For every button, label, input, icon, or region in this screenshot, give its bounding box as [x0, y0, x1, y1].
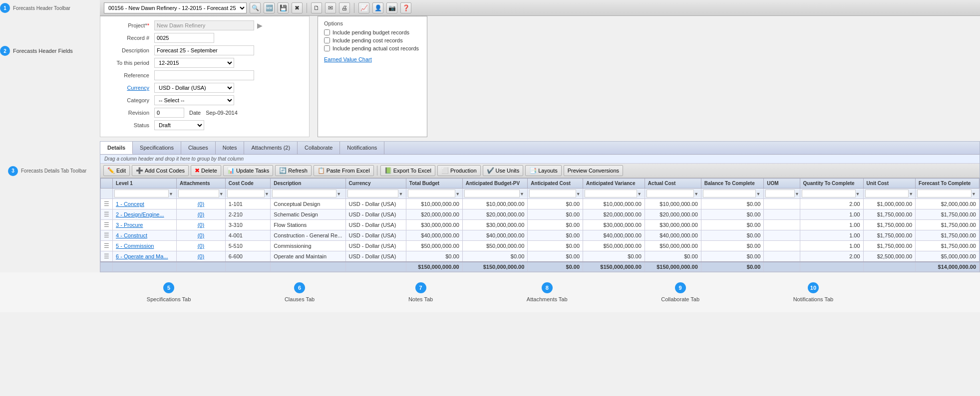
- layouts-button[interactable]: 📑 Layouts: [525, 165, 562, 176]
- filter-tb-input[interactable]: [408, 190, 455, 198]
- opt2-checkbox[interactable]: [324, 37, 330, 43]
- opt1-checkbox[interactable]: [324, 29, 330, 35]
- tab-collaborate[interactable]: Collaborate: [298, 142, 340, 154]
- filter-uom-input[interactable]: [765, 190, 795, 198]
- row-level1[interactable]: 1 - Concept: [113, 199, 177, 209]
- level1-link[interactable]: 6 - Operate and Ma...: [116, 253, 168, 259]
- project-picker-icon[interactable]: ▶: [257, 21, 263, 29]
- tab-notes[interactable]: Notes: [216, 142, 245, 154]
- layouts-icon: 📑: [529, 167, 537, 174]
- update-tasks-button[interactable]: 📊 Update Tasks: [223, 165, 273, 176]
- row-total-budget: $10,000,000.00: [406, 199, 462, 209]
- tabs-container: Details Specifications Clauses Notes Att…: [100, 141, 980, 272]
- tab-clauses[interactable]: Clauses: [181, 142, 216, 154]
- attachment-link[interactable]: (0): [198, 201, 204, 207]
- use-units-button[interactable]: ✔️ Use Units: [483, 165, 524, 176]
- new-icon[interactable]: 🆕: [264, 2, 275, 13]
- revision-input[interactable]: [154, 108, 184, 118]
- reference-label: Reference: [106, 72, 151, 78]
- add-cost-codes-button[interactable]: ➕ Add Cost Codes: [132, 165, 189, 176]
- use-units-icon: ✔️: [487, 167, 494, 174]
- currency-select[interactable]: USD - Dollar (USA): [154, 83, 234, 93]
- preview-conversions-button[interactable]: Preview Conversions: [564, 165, 623, 176]
- description-input[interactable]: [154, 45, 254, 55]
- chart-icon[interactable]: 📈: [358, 2, 369, 13]
- print-icon[interactable]: 🖨: [339, 2, 350, 13]
- opt3-checkbox[interactable]: [324, 45, 330, 51]
- attachment-link[interactable]: (0): [198, 253, 204, 259]
- tab-notifications[interactable]: Notifications: [340, 142, 384, 154]
- filter-actc-input[interactable]: [647, 190, 694, 198]
- refresh-button[interactable]: 🔄 Refresh: [275, 165, 312, 176]
- filter-uc-input[interactable]: [865, 190, 909, 198]
- attachment-link[interactable]: (0): [198, 222, 204, 228]
- print-preview-icon[interactable]: 🗋: [311, 2, 322, 13]
- filter-ant-budget: ▼: [462, 189, 528, 199]
- status-select[interactable]: Draft: [154, 120, 204, 130]
- row-icon: ☰: [104, 221, 109, 228]
- project-field-row: Project* ▶: [106, 20, 303, 30]
- search-icon[interactable]: 🔍: [250, 2, 261, 13]
- filter-ac-input[interactable]: [529, 190, 576, 198]
- record-input[interactable]: [154, 33, 214, 43]
- annotation-collaborate: 9 Collaborate Tab: [661, 282, 699, 302]
- email-icon[interactable]: ✉: [325, 2, 336, 13]
- level1-link[interactable]: 2 - Design/Engine...: [116, 211, 164, 217]
- save-icon[interactable]: 💾: [278, 2, 289, 13]
- row-currency: USD - Dollar (USA): [345, 209, 406, 220]
- row-ant-cost: $0.00: [528, 230, 583, 241]
- annotation-area: 5 Specifications Tab 6 Clauses Tab 7 Not…: [0, 272, 980, 312]
- earned-value-chart-link[interactable]: Earned Value Chart: [324, 56, 372, 62]
- tab-details[interactable]: Details: [100, 142, 133, 154]
- row-level1[interactable]: 3 - Procure: [113, 220, 177, 230]
- delete-icon[interactable]: ✖: [292, 2, 303, 13]
- tab-attachments[interactable]: Attachments (2): [244, 142, 298, 154]
- paste-from-excel-button[interactable]: 📋 Paste From Excel: [314, 165, 374, 176]
- level1-link[interactable]: 4 - Construct: [116, 232, 147, 238]
- option-row-1: Include pending budget records: [324, 29, 421, 35]
- row-level1[interactable]: 2 - Design/Engine...: [113, 209, 177, 220]
- filter-ab-input[interactable]: [464, 190, 520, 198]
- category-select[interactable]: -- Select --: [154, 95, 234, 105]
- ann-label-6: Clauses Tab: [285, 296, 315, 302]
- level1-link[interactable]: 1 - Concept: [116, 201, 144, 207]
- level1-link[interactable]: 3 - Procure: [116, 222, 143, 228]
- reference-input[interactable]: [154, 70, 254, 80]
- to-period-select[interactable]: 12-2015: [154, 58, 234, 68]
- help-icon[interactable]: ❓: [400, 2, 411, 13]
- production-button[interactable]: ⬜ Production: [437, 165, 481, 176]
- to-period-field-row: To this period 12-2015: [106, 58, 303, 68]
- user-icon[interactable]: 👤: [372, 2, 383, 13]
- ann-circle-9: 9: [675, 282, 686, 293]
- row-level1[interactable]: 5 - Commission: [113, 241, 177, 251]
- edit-button[interactable]: ✏️ Edit: [103, 165, 130, 176]
- filter-bal-input[interactable]: [703, 190, 756, 198]
- filter-qty-input[interactable]: [802, 190, 856, 198]
- filter-cc-input[interactable]: [227, 190, 265, 198]
- currency-link[interactable]: Currency: [127, 85, 149, 91]
- export-to-excel-button[interactable]: 📗 Export To Excel: [380, 165, 435, 176]
- attachment-link[interactable]: (0): [198, 211, 204, 217]
- forecast-select[interactable]: 00156 - New Dawn Refinery - 12-2015 - Fo…: [104, 2, 247, 13]
- row-level1[interactable]: 6 - Operate and Ma...: [113, 251, 177, 262]
- filter-av-input[interactable]: [585, 190, 637, 198]
- camera-icon[interactable]: 📷: [386, 2, 397, 13]
- filter-fc-input[interactable]: [917, 190, 972, 198]
- project-input[interactable]: [154, 20, 254, 30]
- row-icon-cell: ☰: [101, 220, 113, 230]
- filter-att-input[interactable]: [178, 190, 219, 198]
- attachment-link[interactable]: (0): [198, 232, 204, 238]
- export-label: Export To Excel: [393, 168, 431, 174]
- filter-attachments: ▼: [177, 189, 226, 199]
- filter-desc-input[interactable]: [272, 190, 336, 198]
- filter-curr-input[interactable]: [347, 190, 399, 198]
- level1-link[interactable]: 5 - Commission: [116, 243, 154, 249]
- filter-level1-input[interactable]: [114, 190, 169, 198]
- delete-button[interactable]: ✖ Delete: [191, 165, 221, 176]
- row-level1[interactable]: 4 - Construct: [113, 230, 177, 241]
- attachment-link[interactable]: (0): [198, 243, 204, 249]
- annotation-attachments: 8 Attachments Tab: [527, 282, 568, 302]
- row-total-budget: $20,000,000.00: [406, 209, 462, 220]
- tab-specifications[interactable]: Specifications: [133, 142, 181, 154]
- row-icon: ☰: [104, 232, 109, 239]
